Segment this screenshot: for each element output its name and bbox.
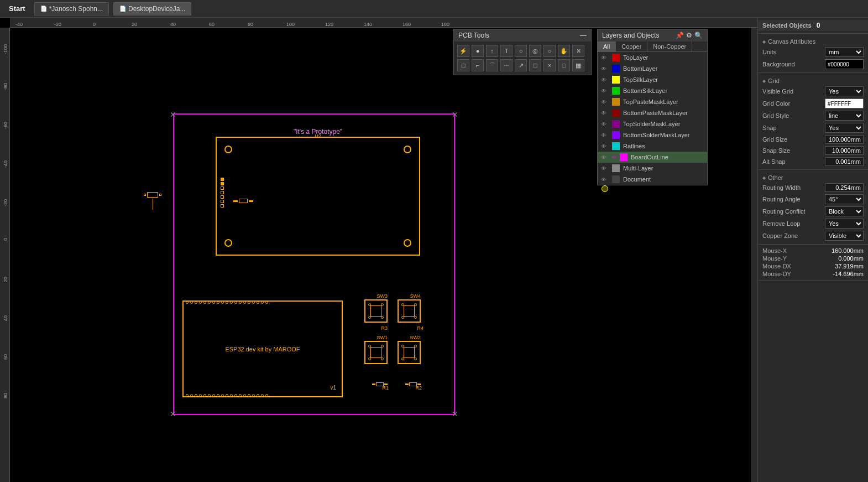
layer-color-swatch bbox=[612, 87, 620, 95]
tool-copper[interactable]: □ bbox=[457, 59, 469, 71]
tool-curve[interactable]: ⌒ bbox=[486, 59, 498, 71]
layer-item-topsilklayer[interactable]: 👁TopSilkLayer bbox=[598, 74, 707, 85]
canvas-area[interactable]: -40 -20 0 20 40 60 80 100 120 140 160 18… bbox=[0, 18, 757, 482]
start-button[interactable]: Start bbox=[4, 3, 30, 14]
tool-arc[interactable]: ○ bbox=[515, 45, 527, 57]
layer-tab-all[interactable]: All bbox=[598, 42, 616, 51]
remove-loop-select[interactable]: Yes No bbox=[825, 219, 864, 229]
vertical-scrollbar[interactable] bbox=[751, 28, 757, 482]
layers-settings-icon[interactable]: ⚙ bbox=[686, 32, 692, 39]
layer-eye-icon[interactable]: 👁 bbox=[601, 177, 609, 183]
ruler-mark: 40 bbox=[170, 22, 176, 27]
tool-square[interactable]: □ bbox=[558, 59, 570, 71]
routing-angle-select[interactable]: 45° 90° Any bbox=[825, 194, 864, 204]
taskbar-tab-1[interactable]: 📄 *Janosch Spohn... bbox=[34, 2, 109, 15]
layer-name-label: TopSolderMaskLayer bbox=[623, 121, 704, 127]
layer-item-boardoutline[interactable]: 👁✏BoardOutLine bbox=[598, 152, 707, 163]
layer-eye-icon[interactable]: 👁 bbox=[601, 143, 609, 149]
sw2-component bbox=[398, 341, 421, 364]
tool-rect[interactable]: ○ bbox=[543, 45, 556, 57]
visible-grid-label: Visible Grid bbox=[762, 88, 825, 95]
snap-select[interactable]: Yes No bbox=[825, 123, 864, 133]
tool-grid[interactable]: ▦ bbox=[572, 59, 584, 71]
routing-width-value[interactable]: 0.254mm bbox=[825, 183, 864, 192]
ruler-mark-v: -100 bbox=[3, 44, 8, 54]
mouse-y-value: 0.000mm bbox=[838, 255, 864, 262]
grid-style-select[interactable]: line dot bbox=[825, 111, 864, 121]
layer-eye-icon[interactable]: 👁 bbox=[601, 132, 609, 138]
selected-objects-header: Selected Objects 0 bbox=[758, 20, 868, 31]
snap-size-value[interactable]: 10.000mm bbox=[825, 146, 864, 155]
visible-grid-select[interactable]: Yes No bbox=[825, 86, 864, 96]
mouse-dx-row: Mouse-DX 37.919mm bbox=[762, 262, 864, 270]
snap-row: Snap Yes No bbox=[758, 122, 868, 134]
layer-item-document[interactable]: 👁Document bbox=[598, 174, 707, 185]
layer-item-bottompastemasklayer[interactable]: 👁BottomPasteMaskLayer bbox=[598, 107, 707, 118]
tool-box[interactable]: □ bbox=[529, 59, 541, 71]
ruler-mark: 160 bbox=[402, 22, 411, 27]
grid-size-value[interactable]: 100.000mm bbox=[825, 135, 864, 144]
board-outline: ✕ ✕ ✕ ✕ "It's a Prototype" U2 bbox=[173, 113, 455, 415]
corner-br: ✕ bbox=[452, 410, 458, 418]
alt-snap-value[interactable]: 0.001mm bbox=[825, 157, 864, 166]
tool-text[interactable]: T bbox=[500, 45, 513, 57]
layers-search-icon[interactable]: 🔍 bbox=[694, 32, 703, 39]
tool-line[interactable]: ⌐ bbox=[472, 59, 484, 71]
layer-eye-icon[interactable]: 👁 bbox=[601, 88, 609, 94]
tool-x[interactable]: × bbox=[543, 59, 556, 71]
tool-via[interactable]: ↑ bbox=[486, 45, 498, 57]
tools-row-2: □ ⌐ ⌒ ··· ↗ □ × □ ▦ bbox=[457, 59, 588, 71]
ruler-mark: 180 bbox=[441, 22, 449, 27]
routing-conflict-select[interactable]: Block Ignore Highlight bbox=[825, 206, 864, 216]
layer-item-bottomsilklayer[interactable]: 👁BottomSilkLayer bbox=[598, 85, 707, 96]
ruler-mark-v: 80 bbox=[3, 393, 8, 398]
layer-item-ratlines[interactable]: 👁Ratlines bbox=[598, 141, 707, 152]
layer-eye-icon[interactable]: 👁 bbox=[601, 66, 609, 72]
layers-tabs: All Copper Non-Copper bbox=[598, 42, 707, 52]
units-select[interactable]: mm mil inch bbox=[825, 47, 864, 57]
tool-wire[interactable]: ⚡ bbox=[457, 45, 469, 57]
layer-eye-icon[interactable]: 👁 bbox=[601, 110, 609, 116]
layer-item-multi-layer[interactable]: 👁Multi-Layer bbox=[598, 163, 707, 174]
background-color-swatch[interactable]: #000000 bbox=[825, 59, 864, 69]
layer-color-swatch bbox=[612, 98, 620, 106]
routing-angle-label: Routing Angle bbox=[762, 196, 825, 203]
mouse-info-section: Mouse-X 160.000mm Mouse-Y 0.000mm Mouse-… bbox=[758, 245, 868, 281]
layer-item-toppastemasklayer[interactable]: 👁TopPasteMaskLayer bbox=[598, 96, 707, 107]
layer-eye-icon[interactable]: 👁 bbox=[601, 165, 609, 172]
tool-arrow[interactable]: ↗ bbox=[515, 59, 527, 71]
ruler-mark-v: 40 bbox=[3, 315, 8, 321]
tool-circle[interactable]: ◎ bbox=[529, 45, 541, 57]
grid-color-swatch[interactable]: #FFFFFF bbox=[825, 99, 864, 108]
layer-tab-copper[interactable]: Copper bbox=[616, 42, 647, 51]
right-panel: Selected Objects 0 Canvas Attributes Uni… bbox=[757, 18, 868, 482]
tab2-icon: 📄 bbox=[119, 6, 126, 12]
tool-measure[interactable]: ✕ bbox=[572, 45, 584, 57]
layer-eye-icon[interactable]: 👁 bbox=[601, 121, 609, 127]
other-header: Other bbox=[758, 172, 868, 182]
ruler-mark: 100 bbox=[286, 22, 295, 27]
layer-tab-noncopper[interactable]: Non-Copper bbox=[647, 42, 692, 51]
layer-eye-icon[interactable]: 👁 bbox=[601, 55, 609, 61]
pcb-tools-close[interactable]: — bbox=[580, 32, 587, 39]
tool-pan[interactable]: ✋ bbox=[558, 45, 570, 57]
layer-item-bottomsoldermasklayer[interactable]: 👁BottomSolderMaskLayer bbox=[598, 129, 707, 141]
snap-size-label: Snap Size bbox=[762, 147, 825, 154]
layer-eye-icon[interactable]: 👁 bbox=[601, 99, 609, 105]
routing-conflict-row: Routing Conflict Block Ignore Highlight bbox=[758, 205, 868, 217]
layer-name-label: TopPasteMaskLayer bbox=[623, 99, 704, 105]
layer-name-label: Document bbox=[623, 176, 704, 183]
layer-item-topsoldermasklayer[interactable]: 👁TopSolderMaskLayer bbox=[598, 118, 707, 129]
layers-title: Layers and Objects bbox=[602, 32, 659, 39]
layer-eye-icon[interactable]: 👁 bbox=[601, 77, 609, 83]
pad-tr bbox=[404, 146, 411, 153]
layer-item-toplayer[interactable]: 👁TopLayer bbox=[598, 52, 707, 63]
grid-style-row: Grid Style line dot bbox=[758, 110, 868, 122]
layer-item-bottomlayer[interactable]: 👁BottomLayer bbox=[598, 63, 707, 74]
tool-dots[interactable]: ··· bbox=[500, 59, 513, 71]
layers-pin-icon[interactable]: 📌 bbox=[676, 32, 684, 39]
tool-pad[interactable]: ● bbox=[472, 45, 484, 57]
layer-eye-icon[interactable]: 👁 bbox=[601, 154, 609, 160]
taskbar-tab-2[interactable]: 📄 DesktopDeviceJa... bbox=[113, 2, 191, 15]
copper-zone-select[interactable]: Visible Hidden bbox=[825, 231, 864, 241]
